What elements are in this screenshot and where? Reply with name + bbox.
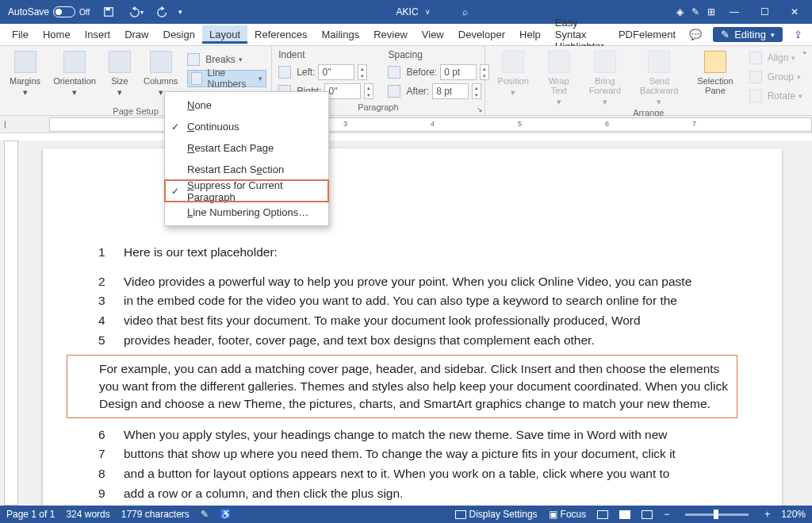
menu-view[interactable]: View — [415, 25, 451, 44]
align-button: Align ▾ — [749, 49, 802, 67]
menu-layout[interactable]: Layout — [202, 25, 247, 44]
menu-developer[interactable]: Developer — [451, 25, 512, 44]
page-indicator[interactable]: Page 1 of 1 — [6, 509, 55, 520]
save-icon[interactable] — [98, 1, 120, 23]
char-count[interactable]: 1779 characters — [121, 509, 190, 520]
redo-icon[interactable] — [151, 1, 174, 23]
editing-mode-button[interactable]: ✎ Editing ▾ — [713, 27, 783, 42]
maximize-button[interactable]: ☐ — [753, 1, 776, 23]
ribbon-collapse-icon[interactable]: ˅ — [802, 51, 807, 61]
check-icon: ✓ — [171, 121, 179, 133]
menu-help[interactable]: Help — [512, 25, 548, 44]
zoom-in[interactable]: + — [764, 509, 770, 520]
bring-forward-button: Bring Forward▾ — [586, 49, 624, 108]
wrap-text-button: Wrap Text▾ — [545, 49, 573, 108]
line-numbers-button[interactable]: Line Numbers ▾ — [187, 70, 266, 87]
menu-pdfelement[interactable]: PDFelement — [611, 25, 683, 44]
group-arrange: Position▾ Wrap Text▾ Bring Forward▾ Send… — [485, 46, 812, 115]
spacing-header: Spacing — [388, 49, 489, 60]
size-button[interactable]: Size▾ — [105, 49, 134, 98]
ribbon: Margins▾ Orientation▾ Size▾ Columns▾ Bre… — [0, 46, 812, 116]
breaks-icon — [187, 53, 200, 66]
display-settings[interactable]: Display Settings — [455, 509, 538, 520]
doc-title-dropdown-icon[interactable]: ∨ — [425, 8, 431, 16]
comments-icon[interactable]: 💬 — [683, 29, 708, 40]
word-count[interactable]: 324 words — [66, 509, 109, 520]
menu-file[interactable]: File — [5, 25, 36, 44]
minimize-button[interactable]: — — [723, 1, 745, 23]
line-numbers-dropdown: None ✓Continuous Restart Each Page Resta… — [164, 91, 329, 226]
page[interactable]: 1Here is our text placeholder: 2Video pr… — [43, 148, 782, 506]
close-button[interactable]: ✕ — [783, 1, 806, 23]
qat-more-icon[interactable]: ▾ — [178, 8, 182, 16]
margins-button[interactable]: Margins▾ — [6, 49, 44, 98]
document-area: 1Here is our text placeholder: 2Video pr… — [0, 140, 812, 506]
rotate-icon — [749, 90, 762, 102]
dropdown-restart-page[interactable]: Restart Each Page — [165, 137, 328, 159]
undo-icon[interactable]: ▾ — [124, 1, 147, 23]
statusbar: Page 1 of 1 324 words 1779 characters ✎ … — [0, 506, 812, 523]
window-mode-icon[interactable]: ⊞ — [707, 6, 715, 17]
chevron-down-icon: ▾ — [771, 31, 775, 39]
view-read-icon[interactable] — [597, 510, 608, 519]
menu-design[interactable]: Design — [156, 25, 202, 44]
accessibility-icon[interactable]: ♿ — [220, 509, 232, 520]
dropdown-suppress[interactable]: ✓Suppress for Current Paragraph — [165, 180, 328, 202]
check-icon: ✓ — [171, 186, 179, 197]
align-icon — [749, 52, 762, 64]
menu-draw[interactable]: Draw — [117, 25, 155, 44]
dropdown-none[interactable]: None — [165, 94, 328, 116]
group-button: Group ▾ — [749, 68, 802, 86]
orientation-button[interactable]: Orientation▾ — [50, 49, 99, 98]
dropdown-restart-section[interactable]: Restart Each Section — [165, 159, 328, 180]
spacing-after-icon — [388, 85, 400, 98]
pen-icon[interactable]: ✎ — [691, 6, 699, 17]
indent-header: Indent — [278, 49, 373, 60]
menu-review[interactable]: Review — [366, 25, 415, 44]
zoom-level[interactable]: 120% — [781, 509, 806, 520]
breaks-button[interactable]: Breaks ▾ — [187, 51, 266, 68]
doc-title: AKIC — [396, 6, 419, 17]
rotate-button: Rotate ▾ — [749, 87, 802, 105]
zoom-slider[interactable] — [685, 513, 749, 516]
diamond-icon[interactable]: ◈ — [676, 6, 684, 17]
spacing-after-field[interactable]: After:8 pt▴▾ — [388, 83, 489, 100]
search-icon[interactable]: ⌕ — [462, 6, 468, 17]
ruler-horizontal[interactable]: ⌊ 1 2 3 4 5 6 7 — [0, 116, 812, 133]
dropdown-options[interactable]: Line Numbering Options… — [165, 202, 328, 223]
menu-mailings[interactable]: Mailings — [315, 25, 367, 44]
selection-pane-button[interactable]: Selection Pane — [694, 49, 736, 97]
line-numbers-icon — [191, 72, 201, 85]
spellcheck-icon[interactable]: ✎ — [201, 509, 209, 520]
view-web-icon[interactable] — [642, 510, 653, 519]
user-icon[interactable]: 👤 — [809, 29, 812, 40]
zoom-out[interactable]: − — [664, 509, 669, 520]
indent-left-field[interactable]: Left:0"▴▾ — [278, 63, 373, 81]
send-backward-button: Send Backward▾ — [637, 49, 681, 108]
ruler-vertical[interactable] — [4, 140, 18, 506]
group-icon — [749, 71, 762, 83]
titlebar: AutoSave Off ▾ ▾ AKIC ∨ ⌕ ◈ ✎ ⊞ — ☐ ✕ — [0, 0, 812, 24]
focus-mode[interactable]: ▣Focus — [549, 509, 587, 520]
paragraph-launcher-icon[interactable]: ↘ — [477, 106, 483, 113]
menu-home[interactable]: Home — [36, 25, 78, 44]
view-print-icon[interactable] — [619, 510, 630, 519]
share-icon[interactable]: ⇪ — [787, 29, 809, 40]
indent-left-icon — [278, 66, 291, 79]
dropdown-continuous[interactable]: ✓Continuous — [165, 116, 328, 137]
menu-references[interactable]: References — [247, 25, 314, 44]
position-button: Position▾ — [495, 49, 532, 98]
menu-insert[interactable]: Insert — [78, 25, 118, 44]
highlighted-paragraph: For example, you can add a matching cove… — [67, 355, 737, 417]
autosave-toggle[interactable]: AutoSave Off — [5, 5, 93, 19]
pencil-icon: ✎ — [721, 29, 730, 40]
spacing-before-icon — [388, 66, 400, 79]
menubar: File Home Insert Draw Design Layout Refe… — [0, 24, 812, 46]
svg-rect-1 — [106, 8, 110, 11]
document-content[interactable]: 1Here is our text placeholder: 2Video pr… — [98, 244, 737, 504]
spacing-before-field[interactable]: Before:0 pt▴▾ — [388, 63, 489, 81]
